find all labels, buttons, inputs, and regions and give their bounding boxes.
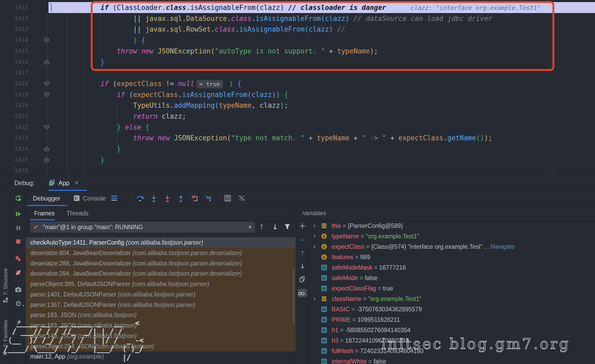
fold-marker-icon[interactable] xyxy=(44,125,50,129)
line-number[interactable]: 1415 xyxy=(0,46,28,57)
variable-row[interactable]: 01BASIC = -3750763034362895579 xyxy=(309,304,595,314)
pause-button[interactable] xyxy=(15,225,22,231)
tab-frames[interactable]: Frames xyxy=(34,206,54,221)
variable-row[interactable]: ptypeName = "org.example.Test1" xyxy=(309,231,595,241)
variable-text: safeMode = false xyxy=(332,273,378,283)
copy-button[interactable] xyxy=(299,276,306,283)
mute-breakpoints-button[interactable] xyxy=(15,269,22,276)
variable-row[interactable]: 01safeModeMask = 16777216 xyxy=(309,262,595,273)
line-number[interactable]: 1425 xyxy=(0,154,28,165)
code-editor: 1411 if (ClassLoader.class.isAssignableF… xyxy=(0,0,595,175)
step-over-button[interactable] xyxy=(136,195,144,202)
frame-row[interactable]: parseObject:395, DefaultJSONParser (com.… xyxy=(26,279,296,289)
line-number[interactable]: 1419 xyxy=(0,89,28,100)
line-number[interactable]: 1421 xyxy=(0,111,28,122)
variable-row[interactable]: this = {ParserConfig@589} xyxy=(309,221,595,231)
force-step-into-button[interactable] xyxy=(163,195,171,202)
object-icon xyxy=(321,295,327,302)
line-number[interactable]: 1424 xyxy=(0,143,28,154)
line-number[interactable]: 1418 xyxy=(0,78,28,89)
frame-row[interactable]: deserialze:288, JavaBeanDeserializer (co… xyxy=(26,258,296,269)
tab-debugger[interactable]: Debugger xyxy=(33,191,60,206)
navigate-link[interactable]: Navigate xyxy=(491,243,515,250)
line-number[interactable]: 1426 xyxy=(0,165,28,176)
line-number[interactable]: 1414 xyxy=(0,35,28,46)
move-up-button[interactable]: ↑ xyxy=(299,250,306,257)
thread-dropdown[interactable]: ✔ "main"@1 in group "main": RUNNING ▾ xyxy=(30,222,255,233)
line-number[interactable]: 1422 xyxy=(0,122,28,133)
remove-button[interactable]: − xyxy=(299,236,306,244)
code-line: 1419 if (expectClass.isAssignableFrom(cl… xyxy=(0,89,595,100)
variable-row[interactable]: 01PRIME = 1099511628211 xyxy=(309,314,595,325)
ide-window: 1411 if (ClassLoader.class.isAssignableF… xyxy=(0,0,595,364)
step-out-button[interactable] xyxy=(177,195,185,202)
code-line: 1426 xyxy=(0,165,595,176)
frame-row[interactable]: checkAutoType:1411, ParserConfig (com.al… xyxy=(26,237,296,248)
expand-chevron-icon[interactable] xyxy=(312,245,317,249)
stream-trace-button[interactable] xyxy=(238,195,246,202)
prim-icon: 01 xyxy=(321,358,327,364)
separator xyxy=(15,313,21,313)
view-breakpoints-button[interactable] xyxy=(15,256,22,262)
variable-text: PRIME = 1099511628211 xyxy=(332,314,400,325)
scrollbar-thumb[interactable] xyxy=(293,270,295,323)
fold-marker-icon[interactable] xyxy=(44,147,50,151)
rerun-button[interactable] xyxy=(15,195,22,202)
filter-button[interactable] xyxy=(284,223,292,231)
code-line: 1422 } else { xyxy=(0,122,595,133)
line-number[interactable]: 1413 xyxy=(0,24,28,35)
fold-marker-icon[interactable] xyxy=(44,158,50,162)
fold-marker-icon[interactable] xyxy=(44,38,50,42)
add-button[interactable]: + xyxy=(299,222,306,229)
fold-marker-icon[interactable] xyxy=(44,60,50,64)
line-number[interactable]: 1411 xyxy=(0,2,28,13)
tab-threads[interactable]: Threads xyxy=(66,206,88,221)
param-icon: p xyxy=(321,233,327,240)
move-down-button[interactable]: ↓ xyxy=(299,263,306,270)
arrow-up-button[interactable]: ↑ xyxy=(258,223,265,231)
stop-button[interactable] xyxy=(15,238,22,245)
prim-icon: 01 xyxy=(321,348,327,354)
line-number[interactable]: 1416 xyxy=(0,57,28,68)
resume-button[interactable] xyxy=(15,211,22,217)
thread-dump-button[interactable] xyxy=(15,286,22,293)
frame-row[interactable]: deserialze:284, JavaBeanDeserializer (co… xyxy=(26,268,296,279)
close-icon[interactable]: × xyxy=(75,175,79,190)
line-number[interactable]: 1412 xyxy=(0,13,28,24)
settings-button[interactable]: ⚙▾ xyxy=(15,300,22,307)
line-number[interactable]: 1417 xyxy=(0,67,28,78)
variable-row[interactable]: 01safeMode = false xyxy=(309,273,595,283)
structure-icon[interactable] xyxy=(3,297,8,303)
expand-chevron-icon[interactable] xyxy=(312,234,317,238)
variable-row[interactable]: 01expectClassFlag = true xyxy=(309,283,595,294)
fold-marker-icon[interactable] xyxy=(44,82,50,86)
separator xyxy=(15,206,21,207)
frame-row[interactable]: parse:1401, DefaultJSONParser (com.aliba… xyxy=(26,289,296,300)
variable-row[interactable]: pexpectClass = {Class@574} "interface or… xyxy=(309,241,595,252)
fold-marker-icon[interactable] xyxy=(44,93,50,97)
variable-row[interactable]: pfeatures = 989 xyxy=(309,252,595,262)
line-number[interactable]: 1420 xyxy=(0,100,28,111)
variable-row[interactable]: 01h1 = -5808550276084140354 xyxy=(309,325,595,335)
layout-button[interactable] xyxy=(111,195,118,202)
code-line: 1424 } xyxy=(0,143,595,154)
run-to-cursor-button[interactable] xyxy=(204,195,212,202)
variable-text: expectClass = {Class@574} "interface org… xyxy=(332,241,514,252)
frame-row[interactable]: parse:1367, DefaultJSONParser (com.aliba… xyxy=(26,300,296,310)
tab-app-label: App xyxy=(58,175,70,191)
show-watches-button[interactable] xyxy=(298,289,307,297)
code-text: } xyxy=(68,143,121,154)
evaluate-button[interactable] xyxy=(224,195,232,202)
frame-row[interactable]: deserialze:804, JavaBeanDeserializer (co… xyxy=(26,248,296,258)
line-number[interactable]: 1423 xyxy=(0,132,28,143)
tab-console[interactable]: Console xyxy=(83,191,106,206)
code-line: 1418 if (expectClass != null= true ) { xyxy=(0,78,595,89)
variable-row[interactable]: 01internalWhite = false xyxy=(309,356,595,364)
arrow-down-button[interactable]: ↓ xyxy=(271,223,279,231)
expand-chevron-icon[interactable] xyxy=(312,297,317,301)
step-into-button[interactable] xyxy=(150,195,158,202)
expand-chevron-icon[interactable] xyxy=(312,224,317,228)
drop-frame-button[interactable] xyxy=(191,195,199,202)
variable-row[interactable]: className = "org.example.Test1" xyxy=(309,294,595,304)
toolwindow-button-structure[interactable]: 7: Structure xyxy=(3,264,8,299)
